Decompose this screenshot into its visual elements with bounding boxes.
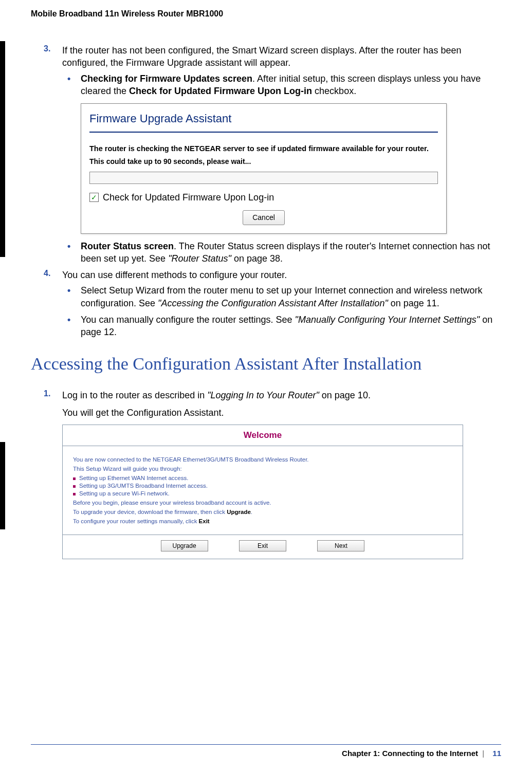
bullet-tail: on page 11. bbox=[388, 298, 439, 308]
bullet-tail: checkbox. bbox=[312, 86, 356, 96]
dialog-title: Firmware Upgrade Assistant bbox=[89, 111, 438, 126]
exit-button[interactable]: Exit bbox=[239, 540, 286, 551]
bullet-router-status: Router Status screen. The Router Status … bbox=[62, 240, 501, 265]
wizard-list-item: Setting up Ethernet WAN Internet access. bbox=[73, 475, 452, 481]
bullet-lead: Router Status screen bbox=[81, 241, 174, 251]
bullet-inline-bold: Check for Updated Firmware Upon Log-in bbox=[129, 86, 312, 96]
bullet-text: You can manually configure the router se… bbox=[81, 315, 295, 325]
upgrade-button[interactable]: Upgrade bbox=[161, 540, 208, 551]
wizard-text: You are now connected to the NETGEAR Eth… bbox=[73, 456, 452, 463]
section-marker bbox=[0, 41, 5, 257]
step-text: If the router has not been configured, t… bbox=[62, 45, 461, 68]
step-text: Log in to the router as described in bbox=[62, 390, 207, 400]
page-number: 11 bbox=[488, 749, 501, 758]
separator: | bbox=[480, 749, 486, 758]
bold-term: Upgrade bbox=[227, 509, 251, 515]
step-number: 3. bbox=[44, 44, 50, 53]
bullet-tail: on page 38. bbox=[231, 253, 283, 264]
cross-ref: "Logging In to Your Router" bbox=[207, 390, 319, 400]
screenshot-welcome-wizard: Welcome You are now connected to the NET… bbox=[62, 425, 463, 559]
page: Mobile Broadband 11n Wireless Router MBR… bbox=[0, 0, 532, 773]
screenshot-firmware-assistant: Firmware Upgrade Assistant The router is… bbox=[81, 103, 447, 233]
wizard-text: To upgrade your device, download the fir… bbox=[73, 509, 452, 515]
wizard-text: Before you begin, please ensure your wir… bbox=[73, 500, 452, 506]
wizard-text: To configure your router settings manual… bbox=[73, 518, 452, 524]
page-footer: Chapter 1: Connecting to the Internet | … bbox=[31, 744, 501, 758]
checkbox-label: Check for Updated Firmware Upon Log-in bbox=[103, 191, 274, 204]
status-text: This could take up to 90 seconds, please… bbox=[89, 157, 438, 167]
wizard-text: This Setup Wizard will guide you through… bbox=[73, 466, 452, 472]
bullet-setup-wizard: Select Setup Wizard from the router menu… bbox=[62, 284, 501, 309]
wizard-text-span: To configure your router settings manual… bbox=[73, 518, 199, 524]
progress-bar bbox=[89, 172, 438, 184]
step-number: 4. bbox=[44, 269, 50, 278]
wizard-text-span: . bbox=[251, 509, 252, 515]
checkbox-row: ✓ Check for Updated Firmware Upon Log-in bbox=[89, 191, 438, 204]
step-1: 1. Log in to the router as described in … bbox=[44, 389, 501, 559]
step-4: 4. You can use different methods to conf… bbox=[44, 269, 501, 338]
wizard-text-span: To upgrade your device, download the fir… bbox=[73, 509, 227, 515]
step-text: You will get the Configuration Assistant… bbox=[62, 407, 501, 419]
dialog-title: Welcome bbox=[63, 425, 463, 446]
bullet-lead: Checking for Firmware Updates screen bbox=[81, 73, 252, 84]
step-tail: on page 10. bbox=[319, 390, 371, 400]
bullet-manual-config: You can manually configure the router se… bbox=[62, 314, 501, 339]
wizard-list-item: Setting up 3G/UMTS Broadband Internet ac… bbox=[73, 483, 452, 489]
step-number: 1. bbox=[44, 389, 50, 398]
cross-ref: "Accessing the Configuration Assistant A… bbox=[158, 298, 388, 308]
cross-ref: "Manually Configuring Your Internet Sett… bbox=[295, 315, 480, 325]
section-heading: Accessing the Configuration Assistant Af… bbox=[31, 353, 501, 375]
step-3: 3. If the router has not been configured… bbox=[44, 44, 501, 265]
status-text: The router is checking the NETGEAR serve… bbox=[89, 144, 438, 154]
next-button[interactable]: Next bbox=[317, 540, 364, 551]
wizard-list-item: Setting up a secure Wi-Fi network. bbox=[73, 490, 452, 496]
section-marker bbox=[0, 442, 5, 529]
cross-ref: "Router Status" bbox=[168, 253, 231, 264]
divider bbox=[89, 132, 438, 133]
document-header: Mobile Broadband 11n Wireless Router MBR… bbox=[31, 9, 501, 19]
checkbox[interactable]: ✓ bbox=[89, 193, 99, 202]
chapter-label: Chapter 1: Connecting to the Internet bbox=[342, 749, 478, 758]
bold-term: Exit bbox=[199, 518, 210, 524]
step-text: You can use different methods to configu… bbox=[62, 270, 287, 280]
bullet-firmware-check: Checking for Firmware Updates screen. Af… bbox=[62, 72, 501, 234]
cancel-button[interactable]: Cancel bbox=[243, 210, 285, 225]
